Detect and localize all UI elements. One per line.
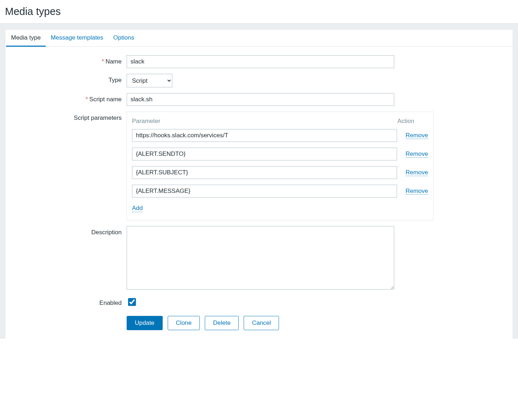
description-textarea[interactable] — [127, 226, 394, 290]
remove-button[interactable]: Remove — [406, 188, 428, 195]
param-row: Remove — [132, 185, 428, 198]
name-label: *Name — [5, 55, 127, 65]
tab-message-templates[interactable]: Message templates — [46, 30, 108, 47]
params-header-parameter: Parameter — [132, 118, 397, 125]
tab-options[interactable]: Options — [108, 30, 139, 47]
param-row: Remove — [132, 166, 428, 179]
enabled-checkbox[interactable] — [128, 298, 136, 306]
script-name-input[interactable] — [127, 93, 394, 106]
tab-media-type[interactable]: Media type — [6, 30, 46, 47]
enabled-label: Enabled — [5, 297, 127, 307]
param-input[interactable] — [132, 166, 397, 179]
remove-button[interactable]: Remove — [406, 132, 428, 139]
script-params-box: Parameter Action Remove Remove — [127, 112, 433, 220]
script-name-label: *Script name — [5, 93, 127, 103]
param-row: Remove — [132, 148, 428, 160]
page-title: Media types — [5, 6, 513, 17]
clone-button[interactable]: Clone — [168, 316, 200, 330]
remove-button[interactable]: Remove — [406, 169, 428, 176]
script-params-label: Script parameters — [5, 112, 127, 122]
add-button[interactable]: Add — [132, 205, 143, 212]
type-select[interactable]: Script — [127, 74, 172, 87]
update-button[interactable]: Update — [127, 316, 163, 330]
param-input[interactable] — [132, 148, 397, 160]
description-label: Description — [5, 226, 127, 236]
param-input[interactable] — [132, 185, 397, 198]
delete-button[interactable]: Delete — [205, 316, 239, 330]
type-label: Type — [5, 74, 127, 84]
name-input[interactable] — [127, 55, 394, 68]
params-header-action: Action — [397, 118, 428, 125]
param-row: Remove — [132, 129, 428, 142]
remove-button[interactable]: Remove — [406, 150, 428, 158]
cancel-button[interactable]: Cancel — [244, 316, 279, 330]
tabs: Media type Message templates Options — [5, 30, 513, 47]
param-input[interactable] — [132, 129, 397, 142]
